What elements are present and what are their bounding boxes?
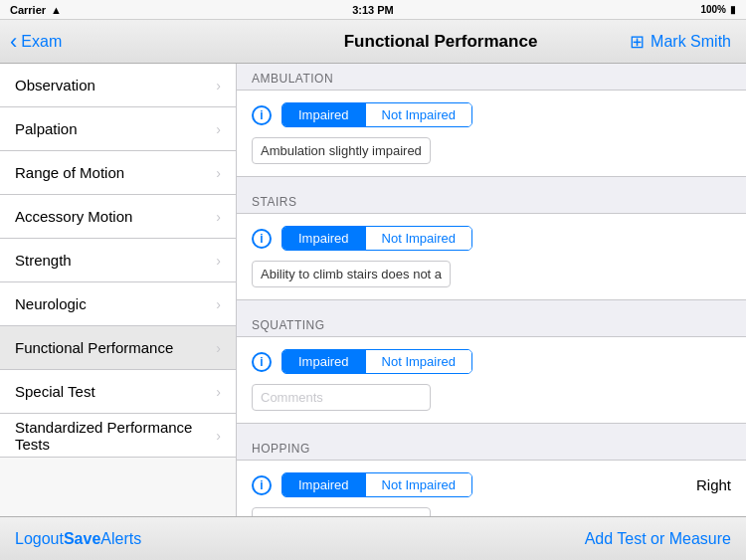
squatting-text-input[interactable] xyxy=(252,384,431,411)
layers-icon: ⊞ xyxy=(630,31,645,53)
hopping-info-button[interactable]: i xyxy=(252,475,272,495)
chevron-icon: › xyxy=(216,428,221,444)
sidebar: Observation › Palpation › Range of Motio… xyxy=(0,64,237,516)
right-nav-title: Functional Performance xyxy=(252,32,630,52)
section-stairs: STAIRS i Impaired Not Impaired xyxy=(237,187,746,300)
hopping-right-label: Right xyxy=(696,476,731,493)
right-panel: AMBULATION i Impaired Not Impaired STAIR… xyxy=(237,64,746,516)
alerts-button[interactable]: Alerts xyxy=(100,530,141,548)
chevron-icon: › xyxy=(216,340,221,356)
bottom-bar: Logout Save Alerts Add Test or Measure xyxy=(0,516,746,560)
stairs-not-impaired-button[interactable]: Not Impaired xyxy=(366,227,471,250)
stairs-toggle-row: i Impaired Not Impaired xyxy=(252,226,731,251)
sidebar-item-neurologic[interactable]: Neurologic › xyxy=(0,282,236,326)
sidebar-item-accessory-motion[interactable]: Accessory Motion › xyxy=(0,195,236,239)
hopping-impaired-button[interactable]: Impaired xyxy=(282,473,366,496)
sidebar-item-label: Palpation xyxy=(15,120,78,137)
squatting-segmented-control[interactable]: Impaired Not Impaired xyxy=(281,349,472,374)
chevron-icon: › xyxy=(216,121,221,137)
add-test-button[interactable]: Add Test or Measure xyxy=(585,530,731,548)
status-right: 100% ▮ xyxy=(700,4,736,15)
status-left: Carrier ▲ xyxy=(10,4,62,16)
section-ambulation: AMBULATION i Impaired Not Impaired xyxy=(237,64,746,177)
sidebar-item-range-of-motion[interactable]: Range of Motion › xyxy=(0,151,236,195)
sidebar-item-palpation[interactable]: Palpation › xyxy=(0,107,236,151)
user-section[interactable]: ⊞ Mark Smith xyxy=(630,31,731,53)
nav-left[interactable]: ‹ Exam xyxy=(10,31,62,53)
section-body-stairs: i Impaired Not Impaired xyxy=(237,213,746,300)
hopping-segmented-control[interactable]: Impaired Not Impaired xyxy=(281,472,472,497)
section-hopping: HOPPING i Impaired Not Impaired Right xyxy=(237,434,746,516)
section-header-hopping: HOPPING xyxy=(237,434,746,460)
squatting-impaired-button[interactable]: Impaired xyxy=(282,350,366,373)
sidebar-item-observation[interactable]: Observation › xyxy=(0,64,236,107)
ambulation-not-impaired-button[interactable]: Not Impaired xyxy=(366,103,471,126)
sidebar-item-label: Range of Motion xyxy=(15,164,124,181)
main-content: Observation › Palpation › Range of Motio… xyxy=(0,64,746,516)
section-header-squatting: SQUATTING xyxy=(237,310,746,336)
save-button[interactable]: Save xyxy=(64,530,100,548)
section-body-ambulation: i Impaired Not Impaired xyxy=(237,90,746,177)
battery-label: 100% xyxy=(700,4,726,15)
chevron-icon: › xyxy=(216,165,221,181)
ambulation-text-input[interactable] xyxy=(252,137,431,164)
ambulation-toggle-row: i Impaired Not Impaired xyxy=(252,102,731,127)
carrier-label: Carrier xyxy=(10,4,46,16)
sidebar-item-label: Special Test xyxy=(15,383,95,400)
sidebar-item-label: Neurologic xyxy=(15,295,87,312)
sidebar-item-functional-performance[interactable]: Functional Performance › xyxy=(0,326,236,370)
sidebar-item-special-test[interactable]: Special Test › xyxy=(0,370,236,414)
sidebar-item-standardized-performance-tests[interactable]: Standardized Performance Tests › xyxy=(0,414,236,458)
squatting-not-impaired-button[interactable]: Not Impaired xyxy=(366,350,471,373)
status-bar: Carrier ▲ 3:13 PM 100% ▮ xyxy=(0,0,746,20)
section-squatting: SQUATTING i Impaired Not Impaired xyxy=(237,310,746,424)
sidebar-item-strength[interactable]: Strength › xyxy=(0,239,236,282)
stairs-text-input[interactable] xyxy=(252,261,451,287)
sidebar-item-label: Accessory Motion xyxy=(15,208,132,225)
user-name[interactable]: Mark Smith xyxy=(651,33,731,51)
stairs-impaired-button[interactable]: Impaired xyxy=(282,227,366,250)
hopping-not-impaired-button[interactable]: Not Impaired xyxy=(366,473,471,496)
sidebar-item-label: Standardized Performance Tests xyxy=(15,419,216,453)
chevron-icon: › xyxy=(216,384,221,400)
logout-button[interactable]: Logout xyxy=(15,530,64,548)
chevron-icon: › xyxy=(216,253,221,269)
chevron-icon: › xyxy=(216,296,221,312)
status-time: 3:13 PM xyxy=(352,4,394,16)
battery-icon: ▮ xyxy=(730,4,736,15)
stairs-info-button[interactable]: i xyxy=(252,229,272,249)
ambulation-info-button[interactable]: i xyxy=(252,105,272,125)
section-header-ambulation: AMBULATION xyxy=(237,64,746,90)
sidebar-item-label: Functional Performance xyxy=(15,339,173,356)
chevron-icon: › xyxy=(216,78,221,93)
wifi-icon: ▲ xyxy=(51,4,62,16)
right-nav-bar: Functional Performance ⊞ Mark Smith xyxy=(237,20,746,64)
squatting-info-button[interactable]: i xyxy=(252,352,272,372)
section-body-squatting: i Impaired Not Impaired xyxy=(237,336,746,424)
hopping-toggle-row: i Impaired Not Impaired Right xyxy=(252,472,731,497)
squatting-toggle-row: i Impaired Not Impaired xyxy=(252,349,731,374)
sidebar-item-label: Strength xyxy=(15,252,72,269)
chevron-icon: › xyxy=(216,209,221,225)
section-body-hopping: i Impaired Not Impaired Right xyxy=(237,460,746,516)
hopping-text-input[interactable] xyxy=(252,507,431,516)
back-arrow-icon: ‹ xyxy=(10,31,17,53)
back-button[interactable]: Exam xyxy=(21,33,62,51)
stairs-segmented-control[interactable]: Impaired Not Impaired xyxy=(281,226,472,251)
sidebar-item-label: Observation xyxy=(15,77,95,93)
section-header-stairs: STAIRS xyxy=(237,187,746,213)
ambulation-segmented-control[interactable]: Impaired Not Impaired xyxy=(281,102,472,127)
ambulation-impaired-button[interactable]: Impaired xyxy=(282,103,366,126)
